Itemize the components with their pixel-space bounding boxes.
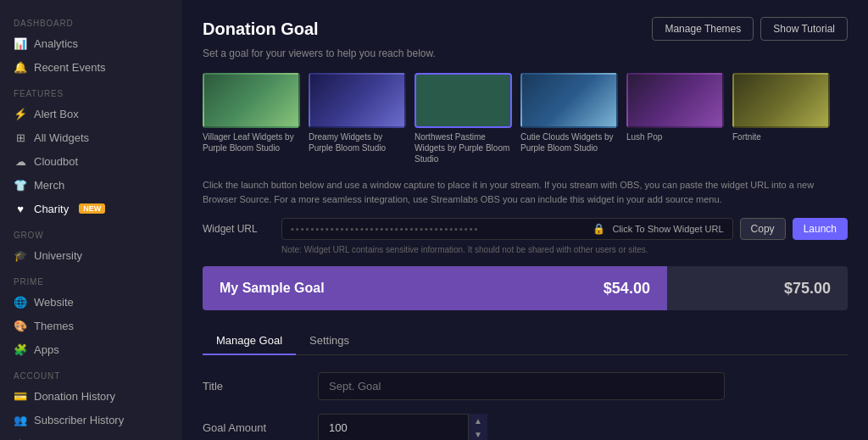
widget-thumb-2[interactable]: Northwest Pastime Widgets by Purple Bloo…	[415, 73, 512, 164]
settings-label: Settings	[34, 437, 74, 441]
title-input[interactable]	[318, 372, 725, 400]
lock-icon: 🔒	[593, 223, 605, 235]
donation-history-label: Donation History	[34, 390, 115, 403]
goal-amount-input[interactable]	[318, 414, 487, 440]
sidebar-item-donation-history[interactable]: 💳 Donation History	[0, 384, 182, 408]
goal-preview-bar: My Sample Goal $54.00 $75.00	[203, 266, 848, 310]
widget-thumb-label-1: Dreamy Widgets by Purple Bloom Studio	[309, 131, 406, 153]
widget-url-row: Widget URL •••••••••••••••••••••••••••••…	[203, 218, 848, 240]
widget-thumb-img-1	[309, 73, 406, 128]
title-label: Title	[203, 380, 304, 393]
sidebar-item-subscriber-history[interactable]: 👥 Subscriber History	[0, 408, 182, 432]
widget-thumbnails: Villager Leaf Widgets by Purple Bloom St…	[203, 73, 848, 164]
dashboard-section-label: Dashboard	[0, 8, 182, 31]
goal-amount-row: Goal Amount ▲ ▼	[203, 414, 848, 440]
account-section-label: Account	[0, 361, 182, 384]
sidebar-item-university[interactable]: 🎓 University	[0, 243, 182, 267]
cloudbot-label: Cloudbot	[34, 155, 78, 168]
widget-thumb-canvas-4	[628, 75, 722, 126]
apps-label: Apps	[34, 343, 59, 356]
goal-amount-down[interactable]: ▼	[469, 428, 487, 441]
prime-section-label: Prime	[0, 267, 182, 290]
launch-button[interactable]: Launch	[793, 218, 848, 240]
show-tutorial-button[interactable]: Show Tutorial	[760, 17, 848, 41]
goal-amount-up[interactable]: ▲	[469, 414, 487, 428]
widget-thumb-3[interactable]: Cutie Clouds Widgets by Purple Bloom Stu…	[520, 73, 618, 164]
widget-thumb-label-2: Northwest Pastime Widgets by Purple Bloo…	[415, 131, 512, 164]
merch-icon: 👕	[14, 178, 27, 192]
widget-thumb-4[interactable]: Lush Pop	[626, 73, 724, 164]
widget-thumb-canvas-3	[522, 75, 616, 126]
widget-thumb-img-0	[203, 73, 300, 128]
url-note: Note: Widget URL contains sensitive info…	[281, 245, 848, 254]
university-label: University	[34, 249, 82, 262]
header-buttons: Manage Themes Show Tutorial	[652, 17, 848, 41]
settings-icon: ⚙	[14, 437, 27, 440]
widget-url-label: Widget URL	[203, 223, 275, 235]
charity-icon: ♥	[14, 202, 27, 215]
sidebar-item-settings[interactable]: ⚙ Settings	[0, 432, 182, 440]
goal-amount-label: Goal Amount	[203, 421, 304, 434]
widget-thumb-canvas-5	[734, 75, 828, 126]
goal-empty-portion: $75.00	[667, 266, 848, 310]
sidebar-item-themes[interactable]: 🎨 Themes	[0, 314, 182, 337]
widget-thumb-label-4: Lush Pop	[626, 131, 724, 142]
merch-label: Merch	[34, 179, 64, 192]
widget-thumb-label-3: Cutie Clouds Widgets by Purple Bloom Stu…	[520, 131, 618, 153]
sidebar-item-all-widgets[interactable]: ⊞ All Widgets	[0, 125, 182, 149]
widget-thumb-5[interactable]: Fortnite	[732, 73, 830, 164]
alert-box-icon: ⚡	[14, 107, 27, 120]
subscriber-history-label: Subscriber History	[34, 414, 124, 426]
alert-box-label: Alert Box	[34, 108, 79, 120]
tab-settings[interactable]: Settings	[296, 327, 363, 355]
university-icon: 🎓	[14, 248, 27, 262]
goal-label: My Sample Goal	[220, 281, 604, 296]
charity-label: Charity	[34, 203, 69, 215]
widget-thumb-img-3	[520, 73, 618, 128]
website-label: Website	[34, 296, 74, 309]
widget-thumb-label-5: Fortnite	[732, 131, 830, 142]
themes-icon: 🎨	[14, 319, 27, 332]
widget-thumb-1[interactable]: Dreamy Widgets by Purple Bloom Studio	[309, 73, 406, 164]
widget-url-dots: ••••••••••••••••••••••••••••••••••••••	[291, 224, 586, 234]
tab-manage-goal[interactable]: Manage Goal	[203, 327, 296, 355]
sidebar-item-apps[interactable]: 🧩 Apps	[0, 337, 182, 361]
sidebar-item-analytics[interactable]: 📊 Analytics	[0, 31, 182, 55]
manage-themes-button[interactable]: Manage Themes	[652, 17, 754, 41]
widget-thumb-img-4	[626, 73, 724, 128]
recent-events-label: Recent Events	[34, 61, 106, 74]
sidebar-item-recent-events[interactable]: 🔔 Recent Events	[0, 55, 182, 79]
goal-amount-wrap: ▲ ▼	[318, 414, 487, 440]
subscriber-history-icon: 👥	[14, 413, 27, 426]
widget-thumb-0[interactable]: Villager Leaf Widgets by Purple Bloom St…	[203, 73, 300, 164]
sidebar-item-charity[interactable]: ♥ Charity New	[0, 197, 182, 220]
sidebar-item-alert-box[interactable]: ⚡ Alert Box	[0, 102, 182, 125]
grow-section-label: Grow	[0, 220, 182, 243]
title-row: Title	[203, 372, 848, 400]
goal-current-amount: $54.00	[604, 280, 650, 298]
sidebar-item-merch[interactable]: 👕 Merch	[0, 173, 182, 197]
website-icon: 🌐	[14, 295, 27, 309]
analytics-label: Analytics	[34, 37, 78, 50]
charity-new-badge: New	[79, 203, 105, 214]
all-widgets-label: All Widgets	[34, 131, 89, 144]
widget-url-input: •••••••••••••••••••••••••••••••••••••• 🔒…	[281, 218, 733, 240]
all-widgets-icon: ⊞	[14, 131, 27, 144]
recent-events-icon: 🔔	[14, 60, 27, 74]
goal-amount-stepper: ▲ ▼	[468, 414, 487, 440]
widget-thumb-canvas-2	[416, 75, 510, 126]
main-content: Donation Goal Manage Themes Show Tutoria…	[182, 0, 868, 440]
goal-target-amount: $75.00	[784, 280, 831, 298]
cloudbot-icon: ☁	[14, 154, 27, 168]
widget-description: Click the launch button below and use a …	[203, 178, 848, 206]
click-to-show-label[interactable]: Click To Show Widget URL	[612, 224, 723, 234]
manage-goal-tabs: Manage Goal Settings	[203, 327, 848, 355]
copy-button[interactable]: Copy	[740, 218, 786, 240]
sidebar-item-cloudbot[interactable]: ☁ Cloudbot	[0, 149, 182, 173]
page-title: Donation Goal	[203, 19, 319, 39]
widget-thumb-label-0: Villager Leaf Widgets by Purple Bloom St…	[203, 131, 300, 153]
widget-thumb-img-2	[415, 73, 512, 128]
analytics-icon: 📊	[14, 36, 27, 50]
goal-filled-portion: My Sample Goal $54.00	[203, 266, 667, 310]
sidebar-item-website[interactable]: 🌐 Website	[0, 290, 182, 314]
